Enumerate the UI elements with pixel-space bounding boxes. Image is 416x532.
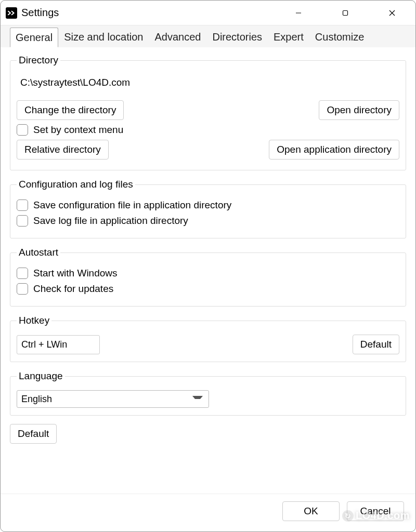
tab-directories[interactable]: Directories xyxy=(206,27,268,47)
titlebar: Settings xyxy=(1,1,415,25)
group-language: Language English xyxy=(10,370,406,416)
set-by-context-label: Set by context menu xyxy=(33,124,123,136)
open-directory-button[interactable]: Open directory xyxy=(319,100,399,120)
group-hotkey-legend: Hotkey xyxy=(17,315,51,326)
start-windows-label: Start with Windows xyxy=(33,268,118,279)
check-updates-label: Check for updates xyxy=(33,283,113,295)
change-directory-button[interactable]: Change the directory xyxy=(17,100,124,120)
set-by-context-checkbox-input[interactable] xyxy=(17,124,28,136)
settings-window: Settings General Size and location Advan… xyxy=(0,0,416,532)
save-log-label: Save log file in application directory xyxy=(33,215,188,227)
group-hotkey: Hotkey Default xyxy=(10,315,406,362)
minimize-button[interactable] xyxy=(275,1,322,25)
group-config-legend: Configuration and log files xyxy=(17,179,135,190)
group-directory-legend: Directory xyxy=(17,55,60,66)
relative-directory-button[interactable]: Relative directory xyxy=(17,140,109,159)
save-log-checkbox[interactable]: Save log file in application directory xyxy=(17,215,399,227)
default-button[interactable]: Default xyxy=(10,424,57,444)
hotkey-input[interactable] xyxy=(17,335,100,354)
tab-advanced[interactable]: Advanced xyxy=(149,27,206,47)
save-config-checkbox[interactable]: Save configuration file in application d… xyxy=(17,200,399,211)
group-directory: Directory Change the directory Open dire… xyxy=(10,55,406,170)
close-button[interactable] xyxy=(369,1,415,25)
hotkey-default-button[interactable]: Default xyxy=(353,335,399,354)
tabstrip: General Size and location Advanced Direc… xyxy=(1,25,415,47)
directory-path-input[interactable] xyxy=(17,73,399,92)
tab-size-location[interactable]: Size and location xyxy=(58,27,149,47)
group-autostart: Autostart Start with Windows Check for u… xyxy=(10,247,406,307)
save-config-checkbox-input[interactable] xyxy=(17,200,28,211)
check-updates-checkbox-input[interactable] xyxy=(17,283,28,295)
start-windows-checkbox-input[interactable] xyxy=(17,268,28,279)
cancel-button[interactable]: Cancel xyxy=(347,501,404,521)
tab-customize[interactable]: Customize xyxy=(309,27,370,47)
save-config-label: Save configuration file in application d… xyxy=(33,200,231,211)
group-config: Configuration and log files Save configu… xyxy=(10,179,406,238)
tab-expert[interactable]: Expert xyxy=(268,27,309,47)
ok-button[interactable]: OK xyxy=(282,501,340,521)
dialog-footer: OK Cancel xyxy=(1,494,415,531)
tab-content-general: Directory Change the directory Open dire… xyxy=(1,47,415,494)
set-by-context-checkbox[interactable]: Set by context menu xyxy=(17,124,399,136)
open-app-directory-button[interactable]: Open application directory xyxy=(269,140,399,159)
group-autostart-legend: Autostart xyxy=(17,247,60,258)
window-controls xyxy=(275,1,415,25)
svg-rect-1 xyxy=(343,10,348,15)
tab-general[interactable]: General xyxy=(10,28,58,47)
language-select[interactable]: English xyxy=(17,390,209,408)
check-updates-checkbox[interactable]: Check for updates xyxy=(17,283,399,295)
start-windows-checkbox[interactable]: Start with Windows xyxy=(17,268,399,279)
window-title: Settings xyxy=(21,7,59,19)
group-language-legend: Language xyxy=(17,370,65,382)
maximize-button[interactable] xyxy=(322,1,369,25)
save-log-checkbox-input[interactable] xyxy=(17,215,28,227)
app-icon xyxy=(6,7,17,19)
